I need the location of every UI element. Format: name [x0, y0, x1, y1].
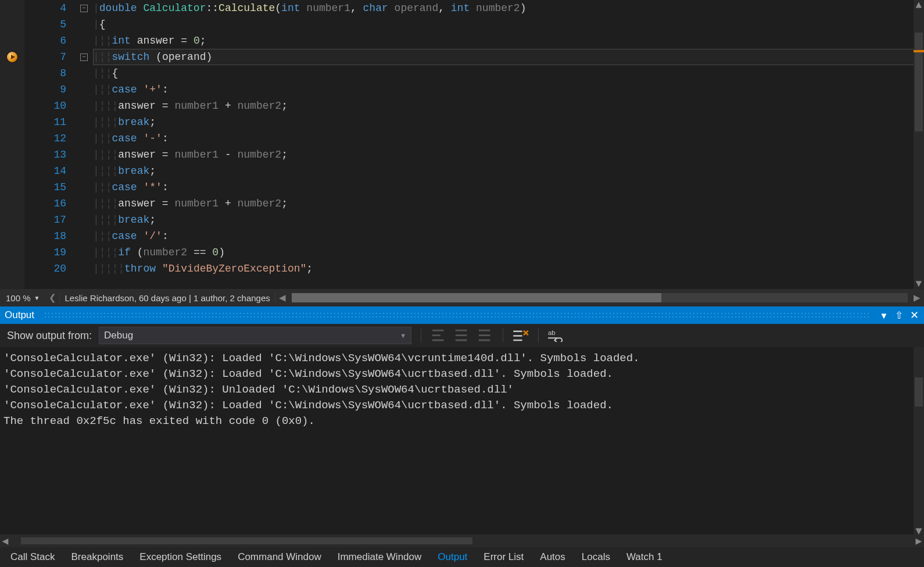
toolbar-separator: [421, 329, 421, 343]
tab-breakpoints[interactable]: Breakpoints: [63, 549, 132, 565]
tab-exception-settings[interactable]: Exception Settings: [131, 549, 230, 565]
git-blame-info[interactable]: Leslie Richardson, 60 days ago | 1 autho…: [59, 293, 275, 303]
line-number: 16: [24, 195, 66, 212]
tab-error-list[interactable]: Error List: [475, 549, 532, 565]
line-number: 11: [24, 114, 66, 130]
tab-immediate-window[interactable]: Immediate Window: [330, 549, 430, 565]
window-position-icon[interactable]: ▼: [879, 311, 889, 320]
hscroll-right-icon[interactable]: ▶: [914, 534, 924, 547]
code-line[interactable]: | ¦ ¦ {: [93, 65, 924, 81]
editor-footer: 100 % ▼ ❮ Leslie Richardson, 60 days ago…: [0, 289, 924, 306]
caret-down-icon: ▼: [34, 295, 40, 301]
output-source-value: Debug: [104, 330, 133, 341]
scrollbar-thumb[interactable]: [915, 377, 923, 406]
scrollbar-thumb[interactable]: [21, 537, 472, 544]
code-line[interactable]: | ¦ ¦ ¦ if (number2 == 0): [93, 244, 924, 261]
code-line[interactable]: | ¦ ¦ ¦ break;: [93, 212, 924, 228]
find-message-icon[interactable]: [431, 329, 447, 343]
scrollbar-thumb[interactable]: [915, 33, 923, 131]
code-line[interactable]: | ¦ ¦ case '+':: [93, 81, 924, 98]
editor-horizontal-scrollbar[interactable]: [292, 293, 908, 302]
output-source-dropdown[interactable]: Debug ▼: [99, 327, 411, 344]
code-body[interactable]: | double Calculator::Calculate(int numbe…: [93, 0, 924, 289]
line-number: 14: [24, 163, 66, 179]
code-line[interactable]: | ¦ ¦ ¦ break;: [93, 114, 924, 130]
scroll-down-icon[interactable]: ▼: [914, 279, 924, 289]
output-panel-title: Output: [5, 309, 34, 321]
next-message-icon[interactable]: [477, 329, 493, 343]
tab-autos[interactable]: Autos: [532, 549, 573, 565]
editor-vertical-scrollbar[interactable]: ▲ ▼: [914, 0, 924, 289]
titlebar-grip[interactable]: [44, 312, 869, 319]
scrollbar-current-line-mark: [914, 50, 924, 52]
ide-root: 4567891011121314151617181920 −− | double…: [0, 0, 924, 567]
line-number: 7: [24, 49, 66, 65]
output-panel-titlebar[interactable]: Output ▼ ⇧ ✕: [0, 306, 924, 324]
scroll-down-icon[interactable]: ▼: [914, 524, 924, 534]
toolbar-separator: [538, 329, 539, 343]
code-line[interactable]: | ¦ ¦ ¦ answer = number1 + number2;: [93, 195, 924, 212]
tab-watch-1[interactable]: Watch 1: [618, 549, 671, 565]
output-source-label: Show output from:: [7, 330, 92, 342]
zoom-dropdown[interactable]: 100 % ▼: [0, 293, 45, 303]
code-line[interactable]: | ¦ ¦ case '-':: [93, 130, 924, 147]
fold-gutter[interactable]: −−: [77, 0, 93, 289]
fold-toggle-icon[interactable]: −: [80, 5, 88, 12]
code-line[interactable]: | ¦ ¦ ¦ answer = number1 - number2;: [93, 147, 924, 163]
breakpoint-gutter[interactable]: [0, 0, 24, 289]
fold-toggle-icon[interactable]: −: [80, 54, 88, 61]
code-line[interactable]: | ¦ ¦ ¦ break;: [93, 163, 924, 179]
code-line[interactable]: | ¦ ¦ case '*':: [93, 179, 924, 195]
line-number: 4: [24, 0, 66, 16]
prev-message-icon[interactable]: [454, 329, 470, 343]
tab-output[interactable]: Output: [429, 549, 475, 565]
close-icon[interactable]: ✕: [909, 309, 919, 322]
code-line[interactable]: | ¦ ¦ ¦ answer = number1 + number2;: [93, 98, 924, 114]
line-number: 10: [24, 98, 66, 114]
scroll-up-icon[interactable]: ▲: [914, 0, 924, 10]
line-number: 5: [24, 16, 66, 33]
line-number: 6: [24, 33, 66, 49]
toolbar-separator: [503, 329, 503, 343]
tab-command-window[interactable]: Command Window: [230, 549, 330, 565]
toggle-word-wrap-icon[interactable]: ab: [548, 329, 564, 343]
hscroll-left-icon[interactable]: ◀: [275, 293, 289, 303]
code-line[interactable]: | {: [93, 16, 924, 33]
output-vertical-scrollbar[interactable]: ▲ ▼: [914, 347, 924, 534]
execution-pointer-icon[interactable]: [7, 52, 17, 62]
line-number: 9: [24, 81, 66, 98]
output-line-block: 'ConsoleCalculator.exe' (Win32): Loaded …: [3, 351, 922, 429]
hscroll-left-icon[interactable]: ◀: [0, 534, 10, 547]
line-number: 18: [24, 228, 66, 244]
line-number: 12: [24, 130, 66, 147]
hscroll-right-icon[interactable]: ▶: [910, 293, 924, 303]
tool-window-tabstrip: Call StackBreakpointsException SettingsC…: [0, 547, 924, 567]
line-number-gutter: 4567891011121314151617181920: [24, 0, 77, 289]
line-number: 19: [24, 244, 66, 261]
line-number: 15: [24, 179, 66, 195]
line-number: 8: [24, 65, 66, 81]
code-line[interactable]: | double Calculator::Calculate(int numbe…: [93, 0, 924, 16]
line-number: 20: [24, 261, 66, 277]
pin-icon[interactable]: ⇧: [894, 309, 904, 322]
code-editor[interactable]: 4567891011121314151617181920 −− | double…: [0, 0, 924, 289]
line-number: 17: [24, 212, 66, 228]
nav-back-icon[interactable]: ❮: [45, 293, 59, 303]
svg-text:ab: ab: [548, 329, 556, 336]
code-line[interactable]: | ¦ ¦ case '/':: [93, 228, 924, 244]
zoom-value: 100 %: [6, 293, 31, 303]
scrollbar-thumb[interactable]: [292, 293, 661, 302]
tab-call-stack[interactable]: Call Stack: [2, 549, 63, 565]
line-number: 13: [24, 147, 66, 163]
code-line[interactable]: | ¦ ¦ ¦ ¦ throw "DivideByZeroException";: [93, 261, 924, 277]
output-toolbar: Show output from: Debug ▼ ab: [0, 324, 924, 347]
code-line[interactable]: | ¦ ¦ int answer = 0;: [93, 33, 924, 49]
clear-all-icon[interactable]: [513, 329, 529, 343]
output-horizontal-scrollbar[interactable]: ◀ ▶: [0, 534, 924, 547]
output-text[interactable]: 'ConsoleCalculator.exe' (Win32): Loaded …: [0, 347, 924, 534]
code-line[interactable]: | ¦ ¦ switch (operand): [93, 49, 924, 65]
tab-locals[interactable]: Locals: [574, 549, 618, 565]
scrollbar-track[interactable]: [10, 537, 914, 545]
caret-down-icon: ▼: [400, 332, 406, 339]
